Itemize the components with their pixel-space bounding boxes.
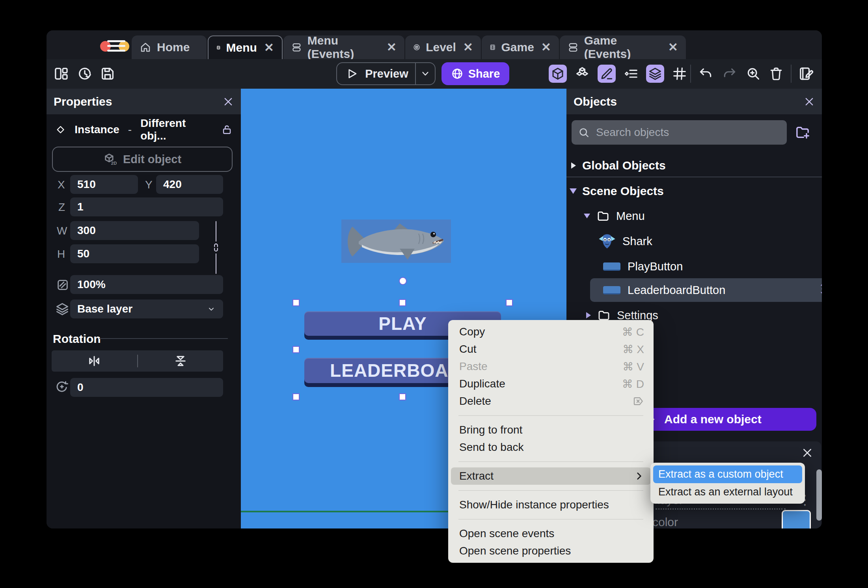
button-thumbnail (603, 286, 620, 294)
tab-home[interactable]: Home (132, 35, 207, 59)
selection-handle-bottom-left[interactable] (292, 393, 300, 400)
tree-section-scene-objects[interactable]: Scene Objects (566, 179, 822, 203)
menu-item-delete[interactable]: Delete (448, 393, 654, 410)
rotate-handle[interactable] (399, 277, 407, 285)
properties-panel: Properties Instance - Different obj... 2… (47, 89, 241, 528)
layer-select[interactable]: Base layer (70, 300, 223, 318)
menu-item-label: Copy (459, 326, 485, 338)
opacity-value: 100% (77, 278, 106, 291)
search-input[interactable] (595, 126, 780, 139)
tree-folder-menu[interactable]: Menu (566, 204, 822, 228)
menu-item-extract[interactable]: Extract (451, 467, 651, 485)
background-color-swatch[interactable] (782, 510, 811, 528)
instance-header-row: Instance - Different obj... (55, 121, 233, 138)
menu-item-label: Duplicate (459, 378, 505, 390)
add-folder-icon[interactable] (795, 124, 810, 141)
tab-game[interactable]: Game ✕ (482, 35, 559, 59)
menu-item-open-scene-events[interactable]: Open scene events (448, 525, 654, 542)
link-line-bottom (216, 253, 217, 274)
tab-game-events[interactable]: Game (Events) ✕ (560, 35, 686, 59)
cube-3d-icon[interactable] (549, 65, 567, 83)
edit-object-label: Edit object (123, 153, 181, 166)
add-new-object-button[interactable]: Add a new object (630, 408, 816, 431)
close-icon[interactable] (801, 447, 813, 459)
trash-icon[interactable] (767, 65, 785, 83)
selection-handle-top-center[interactable] (399, 299, 406, 306)
z-input[interactable]: 1 (70, 197, 223, 216)
close-icon[interactable]: ✕ (264, 42, 274, 54)
instances-list-icon[interactable] (622, 65, 640, 83)
menu-item-open-scene-properties[interactable]: Open scene properties (448, 542, 654, 560)
preview-button[interactable]: Preview (336, 62, 436, 85)
kebab-menu-icon[interactable] (819, 282, 822, 298)
folder-icon (596, 209, 610, 223)
shark-sprite[interactable] (341, 220, 451, 263)
main-toolbar: Preview Share (47, 59, 822, 89)
film-icon (490, 41, 495, 53)
undo-icon[interactable] (697, 65, 715, 83)
edit-notes-icon[interactable] (797, 65, 815, 83)
redo-icon[interactable] (721, 65, 739, 83)
blocks-icon[interactable] (573, 65, 591, 83)
menu-item-copy[interactable]: Copy⌘ C (448, 323, 654, 341)
layout-panels-icon[interactable] (52, 65, 70, 83)
close-icon[interactable]: ✕ (463, 41, 473, 53)
opacity-input[interactable]: 100% (70, 275, 223, 294)
tab-level[interactable]: Level ✕ (405, 35, 481, 59)
flip-vertical-button[interactable] (138, 354, 224, 368)
flip-horizontal-button[interactable] (52, 354, 137, 368)
menu-divider (458, 519, 643, 519)
tree-object-leaderboardbutton[interactable]: LeaderboardButton (590, 278, 822, 302)
pencil-icon[interactable] (598, 65, 616, 83)
instance-diamond-icon (55, 124, 66, 135)
menu-item-duplicate[interactable]: Duplicate⌘ D (448, 375, 654, 393)
close-icon[interactable] (223, 96, 234, 107)
rotation-input[interactable]: 0 (70, 378, 223, 397)
version-history-icon[interactable] (76, 65, 94, 83)
lock-open-icon[interactable] (221, 124, 233, 136)
scrollbar-thumb[interactable] (816, 469, 822, 521)
search-bar (572, 120, 787, 145)
selection-handle-mid-left[interactable] (292, 346, 300, 353)
h-value: 50 (77, 247, 89, 260)
close-icon[interactable]: ✕ (387, 41, 397, 53)
save-icon[interactable] (99, 65, 117, 83)
menu-item-show-hide-instance-properties[interactable]: Show/Hide instance properties (448, 496, 654, 514)
x-input[interactable]: 510 (70, 175, 138, 194)
tree-section-global-objects[interactable]: Global Objects (566, 154, 822, 177)
tree-object-playbutton[interactable]: PlayButton (566, 255, 822, 278)
chain-link-icon (211, 242, 221, 253)
hamburger-menu-icon[interactable] (107, 40, 125, 52)
menu-item-paste[interactable]: Paste⌘ V (448, 358, 654, 375)
tab-label: Home (157, 41, 190, 54)
edit-object-button[interactable]: 2D Edit object (52, 147, 233, 172)
close-icon[interactable] (804, 96, 815, 107)
h-input[interactable]: 50 (70, 244, 199, 263)
close-icon[interactable]: ✕ (541, 41, 551, 53)
menu-item-label: Extract (459, 470, 494, 482)
submenu-item-extract-external-layout[interactable]: Extract as an external layout (653, 483, 802, 501)
selection-handle-bottom-center[interactable] (399, 393, 406, 400)
submenu-item-extract-custom-object[interactable]: Extract as a custom object (653, 465, 802, 483)
zoom-in-icon[interactable] (744, 65, 762, 83)
tab-menu-events[interactable]: Menu (Events) ✕ (283, 35, 404, 59)
menu-item-send-to-back[interactable]: Send to back (448, 439, 654, 456)
layers-icon[interactable] (646, 65, 664, 83)
w-input[interactable]: 300 (70, 221, 199, 240)
menu-divider (458, 415, 643, 416)
z-value: 1 (77, 201, 84, 213)
grid-icon[interactable] (671, 65, 689, 83)
play-icon (346, 67, 358, 80)
selection-handle-top-right[interactable] (506, 299, 513, 306)
preview-dropdown-button[interactable] (416, 68, 435, 79)
y-input[interactable]: 420 (156, 175, 223, 194)
menu-item-bring-to-front[interactable]: Bring to front (448, 421, 654, 439)
selection-handle-top-left[interactable] (292, 299, 300, 306)
close-icon[interactable]: ✕ (668, 41, 678, 53)
chevron-right-icon (586, 312, 591, 318)
globe-icon (451, 67, 464, 80)
menu-item-cut[interactable]: Cut⌘ X (448, 341, 654, 358)
tree-object-shark[interactable]: Shark (566, 229, 822, 253)
tab-menu[interactable]: Menu ✕ (208, 35, 283, 59)
share-button[interactable]: Share (441, 62, 509, 85)
